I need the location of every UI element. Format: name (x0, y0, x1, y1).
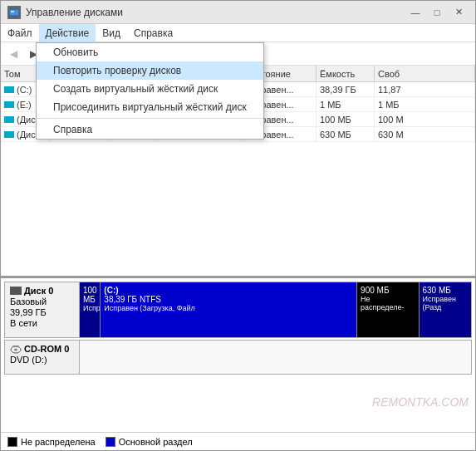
disk0-title: Диск 0 (24, 286, 53, 296)
partition-c-size: 38,39 ГБ NTFS (104, 295, 353, 304)
dropdown-item-rescan[interactable]: Повторить проверку дисков (37, 61, 263, 80)
col-free[interactable]: Своб (375, 66, 475, 81)
disk0-type: Базовый (10, 297, 74, 306)
cell-free-4: 630 М (375, 127, 475, 141)
legend-item-primary: Основной раздел (106, 437, 193, 447)
title-bar-left: Управление дисками (7, 6, 123, 19)
main-window: Управление дисками — □ ✕ Файл Действие В… (0, 0, 476, 451)
partition-unalloc-status: Не распределе- (361, 295, 415, 311)
col-capacity[interactable]: Ёмкость (317, 66, 375, 81)
disk-icon-2 (4, 101, 14, 108)
close-button[interactable]: ✕ (449, 4, 469, 21)
partition-recovery-size: 630 МБ (423, 286, 469, 295)
disk0-status: В сети (10, 318, 74, 328)
legend: Не распределена Основной раздел (1, 432, 475, 450)
partition-system-size: 100 МБ (83, 286, 96, 304)
disk0-row: Диск 0 Базовый 39,99 ГБ В сети 100 МБ Ис… (4, 282, 472, 338)
maximize-button[interactable]: □ (427, 4, 447, 21)
partition-c[interactable]: (C:) 38,39 ГБ NTFS Исправен (Загрузка, Ф… (101, 282, 357, 337)
legend-item-unalloc: Не распределена (7, 437, 96, 447)
legend-color-primary (106, 437, 115, 447)
partition-recovery-status: Исправен (Разд (423, 295, 469, 311)
menu-action[interactable]: Действие (39, 24, 96, 42)
dropdown-item-create-vhd[interactable]: Создать виртуальный жёсткий диск (37, 80, 263, 98)
partition-c-status: Исправен (Загрузка, Файл (104, 304, 353, 312)
disk0-size: 39,99 ГБ (10, 307, 74, 317)
disk0-name: Диск 0 (10, 286, 74, 296)
dropdown-separator (37, 118, 263, 119)
disk0-icon (10, 287, 22, 295)
partition-unalloc[interactable]: 900 МБ Не распределе- (357, 282, 419, 337)
title-bar: Управление дисками — □ ✕ (1, 1, 475, 24)
cdrom-label: CD-ROM 0 DVD (D:) (5, 341, 80, 374)
cdrom-title: CD-ROM 0 (24, 344, 69, 354)
cell-capacity-3: 100 МБ (317, 112, 375, 126)
menu-help[interactable]: Справка (127, 24, 179, 42)
cell-capacity-4: 630 МБ (317, 127, 375, 141)
menu-view[interactable]: Вид (96, 24, 127, 42)
legend-label-unalloc: Не распределена (21, 437, 96, 447)
cell-capacity-2: 1 МБ (317, 97, 375, 111)
cdrom-row: CD-ROM 0 DVD (D:) (4, 340, 472, 375)
partition-unalloc-size: 900 МБ (361, 286, 415, 295)
menu-file[interactable]: Файл (1, 24, 39, 42)
dropdown-item-attach-vhd[interactable]: Присоединить виртуальный жёсткий диск (37, 98, 263, 116)
dropdown-item-refresh[interactable]: Обновить (37, 43, 263, 61)
partition-system-status: Исправен (83, 304, 96, 312)
disk-view: Диск 0 Базовый 39,99 ГБ В сети 100 МБ Ис… (1, 278, 475, 432)
cdrom-icon (10, 344, 22, 354)
partition-c-label: (C:) (104, 286, 353, 295)
partition-system[interactable]: 100 МБ Исправен (80, 282, 101, 337)
window-controls: — □ ✕ (405, 4, 469, 21)
disk-icon-1 (4, 86, 14, 93)
window-title: Управление дисками (26, 7, 123, 18)
watermark: REMONTKA.COM (372, 395, 469, 409)
disk0-partitions: 100 МБ Исправен (C:) 38,39 ГБ NTFS Испра… (80, 282, 471, 337)
cdrom-type: DVD (D:) (10, 355, 74, 365)
cdrom-name: CD-ROM 0 (10, 344, 74, 354)
disk0-label: Диск 0 Базовый 39,99 ГБ В сети (5, 282, 80, 337)
legend-label-primary: Основной раздел (119, 437, 193, 447)
disk-icon-4 (4, 131, 14, 138)
menu-bar: Файл Действие Вид Справка Обновить Повто… (1, 24, 475, 42)
minimize-button[interactable]: — (405, 4, 425, 21)
svg-point-4 (14, 349, 17, 351)
dropdown-item-help[interactable]: Справка (37, 120, 263, 139)
cdrom-empty (80, 341, 471, 374)
action-dropdown-menu: Обновить Повторить проверку дисков Созда… (36, 42, 264, 140)
svg-rect-5 (12, 346, 19, 347)
cell-capacity-1: 38,39 ГБ (317, 82, 375, 96)
svg-rect-1 (11, 11, 14, 12)
app-icon (7, 6, 21, 19)
disk-icon-3 (4, 116, 14, 123)
back-button[interactable]: ◀ (4, 45, 22, 63)
cell-free-2: 1 МБ (375, 97, 475, 111)
partition-recovery[interactable]: 630 МБ Исправен (Разд (420, 282, 472, 337)
legend-color-unalloc (7, 437, 17, 447)
cell-free-1: 11,87 (375, 82, 475, 96)
cell-free-3: 100 М (375, 112, 475, 126)
